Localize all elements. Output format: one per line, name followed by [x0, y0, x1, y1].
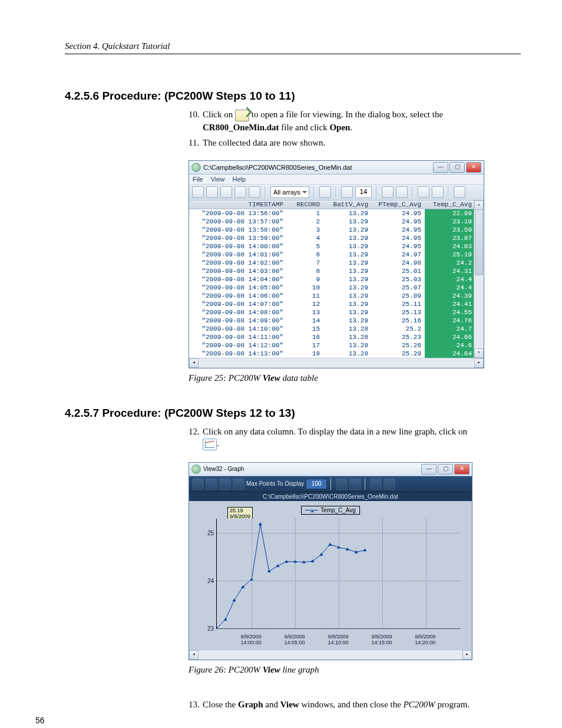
gridline — [252, 519, 252, 628]
column-header[interactable]: PTemp_C_Avg — [372, 200, 425, 209]
open-icon[interactable] — [192, 186, 204, 198]
table-row[interactable]: "2009-09-08 14:04:00"913.2925.0324.4 — [189, 275, 474, 284]
chart-icon[interactable] — [349, 478, 361, 490]
cell: "2009-09-08 13:59:00" — [189, 234, 287, 242]
cell: 13.28 — [323, 325, 372, 333]
font-icon[interactable] — [249, 186, 260, 198]
help-icon[interactable] — [454, 186, 465, 198]
menu-file[interactable]: File — [193, 176, 203, 183]
tool-icon[interactable] — [219, 478, 231, 490]
separator — [412, 186, 414, 198]
cell: 2 — [287, 218, 323, 226]
scroll-right-icon[interactable]: ▸ — [474, 358, 484, 368]
heading-4-2-5-7: 4.2.5.7 Procedure: (PC200W Steps 12 to 1… — [65, 407, 521, 420]
cell: 17 — [287, 341, 323, 350]
cell: 24.2 — [425, 259, 474, 267]
scroll-left-icon[interactable]: ◂ — [189, 650, 199, 660]
fontsize-field[interactable]: 14 — [355, 186, 372, 198]
menu-view[interactable]: View — [211, 176, 225, 183]
export-icon[interactable] — [418, 186, 429, 198]
table-row[interactable]: "2009-09-08 14:09:00"1413.2925.1624.76 — [189, 317, 474, 325]
toggle-icon[interactable] — [319, 186, 331, 198]
table-row[interactable]: "2009-09-08 13:58:00"313.2924.9523.59 — [189, 226, 474, 234]
scroll-right-icon[interactable]: ▸ — [462, 650, 472, 660]
view-window: C:\Campbellsci\PC200W\CR800Series_OneMin… — [189, 160, 484, 368]
grid-icon[interactable] — [341, 186, 353, 198]
cell: "2009-09-08 14:00:00" — [189, 242, 287, 251]
horizontal-scrollbar[interactable]: ◂ ▸ — [189, 358, 484, 368]
scroll-left-icon[interactable]: ◂ — [189, 358, 199, 368]
table-row[interactable]: "2009-09-08 14:13:00"1813.2825.2924.64 — [189, 350, 474, 358]
close-button[interactable]: ✕ — [454, 464, 470, 475]
zoom-icon[interactable] — [233, 478, 244, 490]
table-row[interactable]: "2009-09-08 14:07:00"1213.2925.1124.41 — [189, 300, 474, 308]
column-header[interactable]: RECORD — [287, 200, 323, 209]
cell: 12 — [287, 300, 323, 308]
minimize-button[interactable]: — — [421, 464, 437, 475]
svg-marker-13 — [328, 543, 332, 546]
export-icon[interactable] — [370, 478, 382, 490]
cell: 13.29 — [323, 317, 372, 325]
tool-icon[interactable] — [192, 478, 204, 490]
cell: 25.01 — [372, 267, 425, 275]
maxpts-field[interactable]: 100 — [306, 479, 327, 489]
refresh-icon[interactable] — [220, 186, 232, 198]
table-row[interactable]: "2009-09-08 14:01:00"613.2924.9725.19 — [189, 251, 474, 259]
x-tick-label: 9/8/200914:15:00 — [364, 634, 399, 646]
preview-icon[interactable] — [234, 186, 246, 198]
cell: 13.29 — [323, 300, 372, 308]
filename: CR800_OneMin.dat — [203, 123, 279, 132]
chart-icon[interactable] — [336, 478, 348, 490]
svg-marker-11 — [311, 559, 315, 562]
column-header[interactable]: TIMESTAMP — [189, 200, 287, 209]
horizontal-scrollbar[interactable]: ◂ ▸ — [189, 650, 472, 660]
column-header[interactable]: BattV_Avg — [323, 200, 372, 209]
table-row[interactable]: "2009-09-08 14:08:00"1313.2925.1324.55 — [189, 308, 474, 317]
chart-icon[interactable] — [382, 186, 394, 198]
scroll-down-icon[interactable]: ▾ — [474, 348, 484, 358]
vertical-scrollbar[interactable]: ▴ ▾ — [474, 200, 484, 358]
menu-help[interactable]: Help — [233, 176, 246, 183]
copy-icon[interactable] — [206, 186, 218, 198]
table-row[interactable]: "2009-09-08 14:00:00"513.2924.9524.03 — [189, 242, 474, 251]
text: file and click — [281, 123, 329, 132]
column-header[interactable]: Temp_C_Avg — [425, 200, 474, 209]
titlebar: View32 - Graph — ▢ ✕ — [189, 463, 472, 476]
table-row[interactable]: "2009-09-08 13:59:00"413.2924.9523.87 — [189, 234, 474, 242]
minimize-button[interactable]: — — [433, 162, 448, 173]
table-row[interactable]: "2009-09-08 14:11:00"1613.2825.2324.66 — [189, 333, 474, 341]
step-number: 12. — [189, 426, 203, 450]
cell: 14 — [287, 317, 323, 325]
app-icon — [191, 163, 201, 172]
cell: 6 — [287, 251, 323, 259]
close-button[interactable]: ✕ — [466, 162, 481, 173]
scroll-thumb[interactable] — [475, 209, 483, 275]
cell: 16 — [287, 333, 323, 341]
table-row[interactable]: "2009-09-08 14:10:00"1513.2825.224.7 — [189, 325, 474, 333]
table-row[interactable]: "2009-09-08 13:57:00"213.2924.9523.19 — [189, 218, 474, 226]
export-icon[interactable] — [384, 478, 395, 490]
table-row[interactable]: "2009-09-08 14:02:00"713.2924.9824.2 — [189, 259, 474, 267]
table-row[interactable]: "2009-09-08 14:05:00"1013.2925.0724.4 — [189, 284, 474, 292]
chart2-icon[interactable] — [396, 186, 408, 198]
maximize-button[interactable]: ▢ — [449, 162, 465, 173]
export2-icon[interactable] — [432, 186, 444, 198]
svg-marker-2 — [233, 598, 236, 601]
titlebar: C:\Campbellsci\PC200W\CR800Series_OneMin… — [189, 161, 484, 174]
table-row[interactable]: "2009-09-08 14:12:00"1713.2825.2624.6 — [189, 341, 474, 350]
tool-icon[interactable] — [206, 478, 217, 490]
cell: 13.29 — [323, 209, 372, 218]
x-tick-label: 9/8/200914:10:00 — [320, 634, 356, 646]
cell: 24.95 — [372, 209, 425, 218]
window-title: C:\Campbellsci\PC200W\CR800Series_OneMin… — [203, 164, 432, 171]
scroll-up-icon[interactable]: ▴ — [474, 200, 484, 210]
arrays-dropdown[interactable]: All arrays — [270, 186, 309, 198]
separator — [448, 186, 449, 198]
table-row[interactable]: "2009-09-08 14:03:00"813.2925.0124.31 — [189, 267, 474, 275]
maximize-button[interactable]: ▢ — [438, 464, 453, 475]
table-row[interactable]: "2009-09-08 14:06:00"1113.2925.0924.39 — [189, 292, 474, 300]
step-number: 13. — [189, 699, 203, 710]
table-row[interactable]: "2009-09-08 13:56:00"113.2924.9522.99 — [189, 209, 474, 218]
legend: Temp_C_Avg — [301, 506, 360, 515]
cell: 13.29 — [323, 242, 372, 251]
